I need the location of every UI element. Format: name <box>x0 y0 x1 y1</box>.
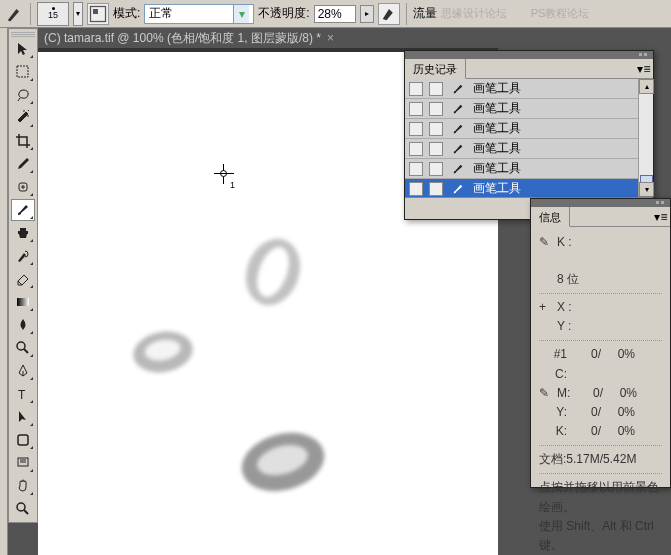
type-tool[interactable]: T <box>11 383 35 405</box>
history-checkbox[interactable] <box>409 162 423 176</box>
cursor-label: 1 <box>230 180 235 190</box>
svg-rect-4 <box>17 298 29 306</box>
bit-depth: 8 位 <box>539 270 662 289</box>
info-body: ✎K : 8 位 +X : Y : #1 C:0/0% ✎M:0/0% Y:0/… <box>531 227 670 555</box>
marquee-tool[interactable] <box>11 61 35 83</box>
paint-stroke <box>233 422 333 502</box>
info-tab[interactable]: 信息 <box>531 207 570 227</box>
brush-panel-toggle[interactable] <box>87 3 109 25</box>
shape-tool[interactable] <box>11 429 35 451</box>
history-item[interactable]: 画笔工具 <box>405 119 653 139</box>
panel-tabs: 历史记录 ▾≡ <box>405 59 653 79</box>
history-item-label: 画笔工具 <box>473 120 521 137</box>
brush-icon <box>449 142 467 156</box>
history-panel: 历史记录 ▾≡ 画笔工具 画笔工具 画笔工具 画笔工具 画笔工具 画笔工具 ▴ … <box>404 50 654 220</box>
history-checkbox[interactable] <box>409 102 423 116</box>
eraser-tool[interactable] <box>11 268 35 290</box>
history-checkbox[interactable] <box>429 102 443 116</box>
history-item[interactable]: 画笔工具 <box>405 99 653 119</box>
history-checkbox[interactable] <box>409 142 423 156</box>
crosshair-icon: + <box>539 298 553 317</box>
hint-text: 点按并拖移以用前景色绘画。 <box>539 478 662 516</box>
document-tab[interactable]: (C) tamara.tif @ 100% (色相/饱和度 1, 图层蒙版/8)… <box>38 28 340 48</box>
airbrush-toggle[interactable] <box>378 3 400 25</box>
lasso-tool[interactable] <box>11 84 35 106</box>
history-item[interactable]: 画笔工具 <box>405 159 653 179</box>
history-item[interactable]: 画笔工具 <box>405 79 653 99</box>
eyedropper-icon: ✎ <box>539 233 553 252</box>
svg-rect-7 <box>18 435 28 445</box>
svg-rect-2 <box>17 66 28 77</box>
separator <box>30 3 31 25</box>
blur-tool[interactable] <box>11 314 35 336</box>
path-selection-tool[interactable] <box>11 406 35 428</box>
notes-tool[interactable] <box>11 452 35 474</box>
panel-drag-grip[interactable] <box>405 51 653 59</box>
brush-icon <box>449 162 467 176</box>
watermark-text: PS教程论坛 <box>531 6 590 21</box>
hand-tool[interactable] <box>11 475 35 497</box>
options-bar: 15 ▾ 模式: 正常 ▾ 不透明度: 28% ▸ 流量 思缘设计论坛 PS教程… <box>0 0 671 28</box>
blend-mode-dropdown[interactable]: 正常 ▾ <box>144 4 254 24</box>
history-item[interactable]: 画笔工具 <box>405 179 653 197</box>
x-label: X : <box>557 298 572 317</box>
tool-preset-icon[interactable] <box>4 4 24 24</box>
history-item-label: 画笔工具 <box>473 100 521 117</box>
svg-text:T: T <box>18 388 26 402</box>
left-dock-edge <box>0 28 8 555</box>
brush-icon <box>449 122 467 136</box>
opacity-input[interactable]: 28% <box>314 5 356 23</box>
scroll-down-button[interactable]: ▾ <box>639 182 654 197</box>
panel-drag-grip[interactable] <box>531 199 670 207</box>
opacity-arrow[interactable]: ▸ <box>360 5 374 23</box>
gradient-tool[interactable] <box>11 291 35 313</box>
panel-tabs: 信息 ▾≡ <box>531 207 670 227</box>
doc-label: 文档: <box>539 452 566 466</box>
panel-menu-icon[interactable]: ▾≡ <box>652 207 670 226</box>
brush-preview[interactable]: 15 <box>37 2 69 26</box>
brush-picker-arrow[interactable]: ▾ <box>73 2 83 26</box>
brush-tool[interactable] <box>11 199 35 221</box>
zoom-tool[interactable] <box>11 498 35 520</box>
history-item[interactable]: 画笔工具 <box>405 139 653 159</box>
healing-brush-tool[interactable] <box>11 176 35 198</box>
watermark-text: 思缘设计论坛 <box>441 6 507 21</box>
history-item-label: 画笔工具 <box>473 160 521 177</box>
brush-icon <box>449 182 467 196</box>
history-checkbox[interactable] <box>409 182 423 196</box>
history-checkbox[interactable] <box>429 122 443 136</box>
close-icon[interactable]: × <box>327 31 334 45</box>
pen-tool[interactable] <box>11 360 35 382</box>
history-item-label: 画笔工具 <box>473 180 521 197</box>
dodge-tool[interactable] <box>11 337 35 359</box>
scrollbar[interactable]: ▴ ▾ <box>638 79 653 197</box>
history-tab[interactable]: 历史记录 <box>405 59 466 79</box>
history-checkbox[interactable] <box>429 142 443 156</box>
hint-text: 使用 Shift、Alt 和 Ctrl 键。 <box>539 517 662 555</box>
scroll-up-button[interactable]: ▴ <box>639 79 654 94</box>
eyedropper-tool[interactable] <box>11 153 35 175</box>
history-checkbox[interactable] <box>409 82 423 96</box>
info-panel: 信息 ▾≡ ✎K : 8 位 +X : Y : #1 C:0/0% ✎M:0/0… <box>530 198 671 488</box>
brush-size-value: 15 <box>48 10 58 20</box>
eyedropper-icon: ✎ <box>539 384 553 403</box>
history-list: 画笔工具 画笔工具 画笔工具 画笔工具 画笔工具 画笔工具 <box>405 79 653 197</box>
crop-tool[interactable] <box>11 130 35 152</box>
history-brush-tool[interactable] <box>11 245 35 267</box>
dropdown-arrow-icon: ▾ <box>233 5 249 23</box>
toolbox: T <box>8 28 38 523</box>
panel-menu-icon[interactable]: ▾≡ <box>635 59 653 78</box>
history-checkbox[interactable] <box>409 122 423 136</box>
magic-wand-tool[interactable] <box>11 107 35 129</box>
flow-label: 流量 <box>413 5 437 22</box>
clone-stamp-tool[interactable] <box>11 222 35 244</box>
history-checkbox[interactable] <box>429 182 443 196</box>
brush-icon <box>449 82 467 96</box>
history-checkbox[interactable] <box>429 82 443 96</box>
y-label: Y : <box>557 317 571 336</box>
toolbox-grip[interactable] <box>11 31 35 37</box>
paint-stroke <box>128 322 198 382</box>
mode-label: 模式: <box>113 5 140 22</box>
history-checkbox[interactable] <box>429 162 443 176</box>
move-tool[interactable] <box>11 38 35 60</box>
